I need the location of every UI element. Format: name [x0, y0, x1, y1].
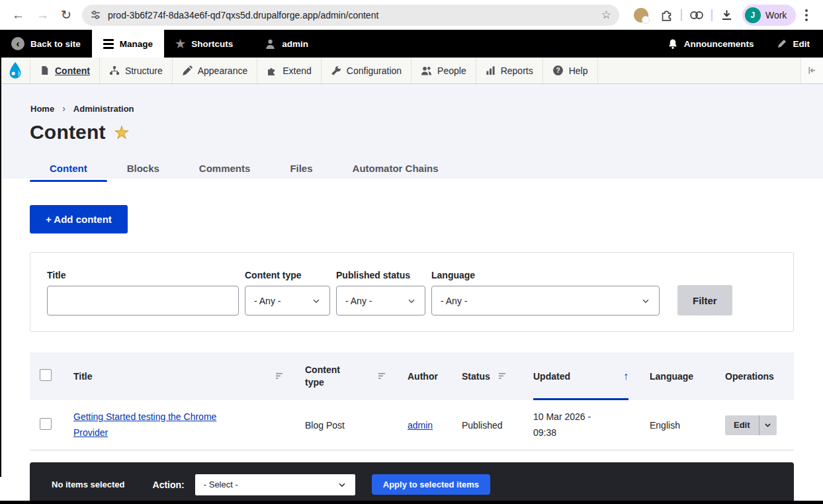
breadcrumb-separator-icon: › — [62, 103, 65, 114]
menu-item-reports[interactable]: Reports — [476, 58, 543, 83]
select-all-checkbox[interactable] — [40, 369, 52, 381]
puzzle-icon — [267, 65, 277, 76]
operations-chevron-button[interactable] — [759, 415, 777, 435]
sitemap-icon — [109, 65, 120, 76]
filter-button[interactable]: Filter — [677, 285, 732, 315]
breadcrumb: Home › Administration — [0, 84, 823, 114]
chevron-down-icon — [407, 296, 416, 306]
screen: ← → ↻ prod-3b6f274f-8da34e6f-qd7qxs5d.dr… — [0, 0, 823, 504]
announcements-button[interactable]: Announcements — [668, 38, 754, 50]
chevron-down-icon — [337, 480, 347, 489]
shortcuts-button[interactable]: ★ Shortcuts — [164, 30, 244, 58]
shortcuts-label: Shortcuts — [191, 39, 233, 49]
edit-operation-button[interactable]: Edit — [725, 415, 759, 435]
table-row: Getting Started testing the Chrome Provi… — [30, 400, 794, 450]
published-status-value: - Any - — [345, 296, 372, 306]
content-type-select[interactable]: - Any - — [245, 286, 330, 315]
title-filter-label: Title — [47, 270, 239, 280]
username-label: admin — [282, 39, 308, 49]
breadcrumb-home-link[interactable]: Home — [30, 104, 54, 114]
menu-label: People — [437, 65, 466, 76]
column-header-content-type[interactable]: Content type — [294, 353, 397, 400]
toolbar-collapse-button[interactable] — [801, 58, 823, 83]
url-text[interactable]: prod-3b6f274f-8da34e6f-qd7qxs5d.drupalfo… — [108, 10, 601, 21]
column-header-updated[interactable]: Updated ↑ — [523, 353, 639, 400]
content-type-value: - Any - — [254, 296, 281, 306]
menu-item-people[interactable]: People — [412, 58, 476, 83]
menu-item-help[interactable]: ? Help — [543, 58, 598, 83]
column-header-status[interactable]: Status — [451, 353, 523, 400]
menu-label: Structure — [125, 65, 163, 76]
screen-edge — [0, 501, 823, 504]
add-content-button[interactable]: + Add content — [30, 205, 128, 233]
document-icon — [40, 65, 50, 75]
drupal-logo[interactable] — [0, 58, 30, 83]
node-title-link[interactable]: Getting Started testing the Chrome Provi… — [73, 409, 247, 441]
published-status-select[interactable]: - Any - — [336, 286, 425, 315]
column-header-operations: Operations — [715, 353, 794, 400]
drupal-admin-toolbar: ‹ Back to site Manage ★ Shortcuts admin … — [0, 30, 823, 58]
apply-to-selected-button[interactable]: Apply to selected items — [372, 474, 490, 495]
edit-label: Edit — [793, 39, 810, 49]
sort-icon[interactable] — [275, 372, 284, 380]
browser-forward-icon[interactable]: → — [36, 8, 49, 22]
browser-reload-icon[interactable]: ↻ — [61, 7, 71, 22]
menu-item-extend[interactable]: Extend — [257, 58, 322, 83]
title-filter-input[interactable] — [47, 286, 239, 315]
profile-name: Work — [765, 10, 787, 21]
pencil-icon — [777, 38, 787, 49]
menu-label: Appearance — [198, 65, 248, 76]
browser-profile-chip[interactable]: J Work — [742, 5, 796, 26]
sort-ascending-icon[interactable]: ↑ — [623, 370, 628, 382]
user-account-button[interactable]: admin — [253, 30, 320, 58]
menu-label: Extend — [282, 65, 312, 76]
edit-mode-button[interactable]: Edit — [777, 38, 810, 49]
language-value: - Any - — [441, 296, 467, 306]
address-bar[interactable]: prod-3b6f274f-8da34e6f-qd7qxs5d.drupalfo… — [82, 5, 619, 26]
hamburger-icon — [103, 39, 114, 49]
manage-label: Manage — [120, 39, 153, 49]
menu-item-content[interactable]: Content — [30, 58, 100, 83]
manage-button[interactable]: Manage — [92, 30, 164, 58]
menu-item-appearance[interactable]: Appearance — [173, 58, 258, 83]
content-table: Title Content type — [30, 353, 794, 450]
menu-label: Reports — [501, 65, 533, 76]
sort-icon[interactable] — [378, 372, 386, 380]
table-header-row: Title Content type — [30, 353, 794, 400]
content-type-cell: Blog Post — [294, 400, 397, 450]
browser-back-icon[interactable]: ← — [12, 8, 24, 22]
column-header-author[interactable]: Author — [397, 353, 451, 400]
site-settings-icon[interactable] — [90, 9, 101, 21]
back-to-site-button[interactable]: ‹ Back to site — [0, 30, 92, 58]
back-circle-icon: ‹ — [11, 37, 24, 50]
breadcrumb-section: Administration — [73, 104, 134, 114]
extension-avatar-icon[interactable] — [634, 8, 648, 22]
bulk-action-select[interactable]: - Select - — [195, 474, 355, 495]
profile-avatar: J — [745, 7, 761, 23]
bell-icon — [668, 38, 678, 50]
row-checkbox[interactable] — [40, 418, 52, 430]
download-icon[interactable] — [720, 9, 733, 21]
browser-menu-kebab-icon[interactable] — [805, 14, 808, 17]
admin-menu-bar: Content Structure Appearance Extend — [0, 58, 823, 84]
column-header-title[interactable]: Title — [63, 353, 294, 400]
extensions-puzzle-icon[interactable] — [660, 9, 673, 21]
bar-chart-icon — [486, 65, 496, 75]
bookmark-star-icon[interactable]: ☆ — [601, 8, 611, 22]
language-cell: English — [639, 400, 715, 450]
star-icon: ★ — [175, 37, 185, 51]
page-title: Content — [30, 121, 106, 144]
language-select[interactable]: - Any - — [431, 286, 660, 315]
link-icon[interactable] — [690, 9, 703, 22]
chevron-down-icon — [312, 296, 321, 306]
sort-icon[interactable] — [498, 372, 507, 380]
column-header-language: Language — [639, 353, 715, 400]
menu-label: Content — [55, 65, 90, 76]
announcements-label: Announcements — [684, 39, 754, 49]
collapse-left-icon — [807, 65, 817, 75]
screen-edge — [0, 30, 1, 477]
favorite-star-icon[interactable]: ★ — [114, 123, 129, 142]
menu-item-structure[interactable]: Structure — [100, 58, 173, 83]
author-link[interactable]: admin — [408, 420, 433, 431]
menu-item-configuration[interactable]: Configuration — [322, 58, 412, 83]
